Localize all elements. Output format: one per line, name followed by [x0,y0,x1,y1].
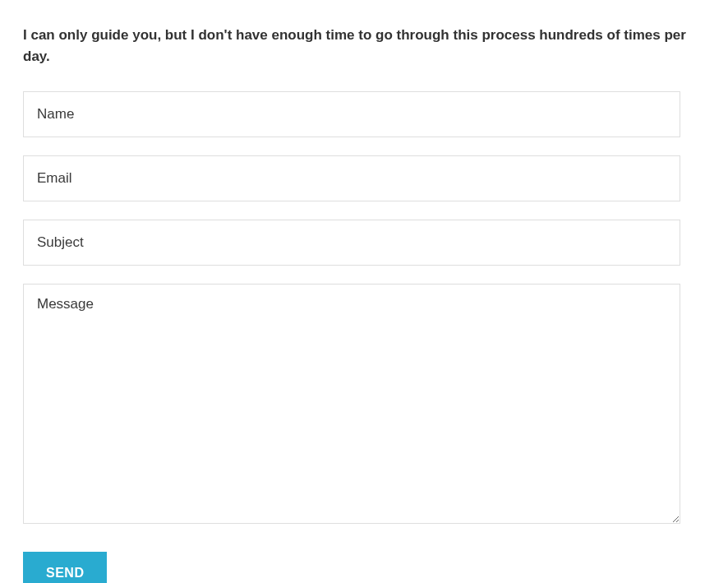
intro-text: I can only guide you, but I don't have e… [23,25,689,68]
subject-input[interactable] [23,220,680,266]
message-field-wrapper [23,284,680,527]
name-field-wrapper [23,91,680,137]
subject-field-wrapper [23,220,680,266]
email-input[interactable] [23,155,680,201]
email-field-wrapper [23,155,680,201]
send-button[interactable]: SEND [23,552,107,583]
name-input[interactable] [23,91,680,137]
message-textarea[interactable] [23,284,680,524]
